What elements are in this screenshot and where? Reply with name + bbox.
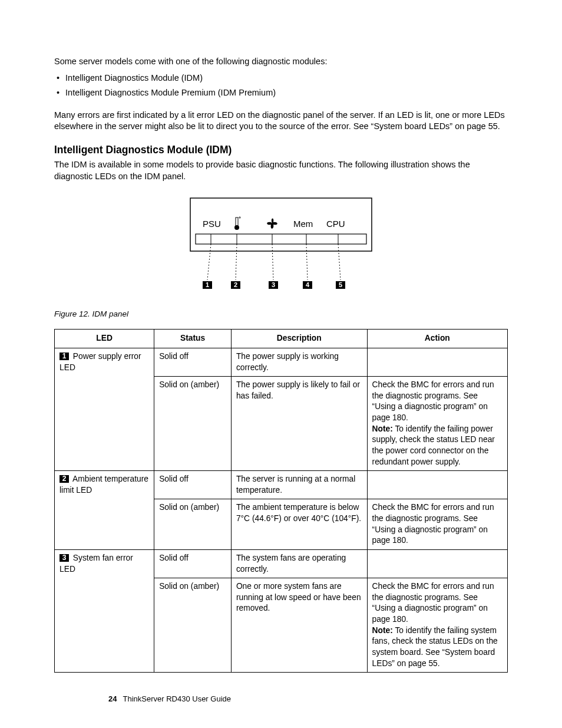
section-heading: Intelligent Diagnostics Module (IDM) xyxy=(54,143,508,157)
status-cell: Solid on (amber) xyxy=(154,499,232,550)
th-description: Description xyxy=(231,330,367,348)
action-cell: Check the BMC for errors and run the dia… xyxy=(367,499,507,550)
module-list: Intelligent Diagnostics Module (IDM) Int… xyxy=(54,73,508,99)
action-cell: Check the BMC for errors and run the dia… xyxy=(367,578,507,673)
callout-3: 3 xyxy=(59,554,69,562)
callout-1: 1 xyxy=(59,353,69,360)
action-text: Check the BMC for errors and run the dia… xyxy=(372,582,494,624)
action-cell xyxy=(367,549,507,578)
cpu-label: CPU xyxy=(326,219,345,229)
desc-cell: The system fans are operating correctly. xyxy=(231,549,367,578)
th-action: Action xyxy=(367,330,507,348)
th-status: Status xyxy=(154,330,232,348)
svg-text:5: 5 xyxy=(339,281,342,288)
status-cell: Solid on (amber) xyxy=(154,377,232,471)
led-cell: 2 Ambient temperature limit LED xyxy=(55,471,154,550)
fan-icon xyxy=(267,218,277,228)
psu-label: PSU xyxy=(203,219,221,229)
list-item: Intelligent Diagnostics Module Premium (… xyxy=(57,87,508,99)
action-cell xyxy=(367,348,507,376)
status-cell: Solid off xyxy=(154,471,232,499)
svg-line-12 xyxy=(272,244,273,280)
action-cell: Check the BMC for errors and run the dia… xyxy=(367,377,507,471)
desc-cell: The server is running at a normal temper… xyxy=(231,471,367,499)
note-label: Note: xyxy=(372,626,393,635)
svg-rect-1 xyxy=(196,234,366,244)
th-led: LED xyxy=(55,330,154,348)
led-cell: 1 Power supply error LED xyxy=(55,348,154,470)
idm-panel-diagram: PSU Mem CPU 1 2 3 4 xyxy=(190,197,372,298)
desc-cell: The power supply is working correctly. xyxy=(231,348,367,376)
error-para: Many errors are first indicated by a lit… xyxy=(54,110,508,133)
heading-para: The IDM is available in some models to p… xyxy=(54,159,508,182)
led-name: Power supply error LED xyxy=(59,352,141,372)
svg-text:4: 4 xyxy=(306,281,310,288)
mem-label: Mem xyxy=(293,219,313,229)
svg-text:3: 3 xyxy=(272,281,275,288)
list-item: Intelligent Diagnostics Module (IDM) xyxy=(57,73,508,84)
svg-rect-7 xyxy=(236,218,238,226)
page-footer: 24ThinkServer RD430 User Guide xyxy=(108,694,231,704)
desc-cell: The power supply is likely to fail or ha… xyxy=(231,377,367,471)
intro-text: Some server models come with one of the … xyxy=(54,56,508,68)
figure-caption: Figure 12. IDM panel xyxy=(54,309,508,319)
desc-cell: The ambient temperature is below 7°C (44… xyxy=(231,499,367,550)
led-name: Ambient temperature limit LED xyxy=(59,475,148,495)
led-cell: 3 System fan error LED xyxy=(55,549,154,672)
svg-line-13 xyxy=(306,244,308,280)
status-cell: Solid off xyxy=(154,549,232,578)
page-number: 24 xyxy=(108,694,117,703)
svg-text:1: 1 xyxy=(206,281,209,288)
svg-text:2: 2 xyxy=(234,281,237,288)
action-cell xyxy=(367,471,507,499)
desc-cell: One or more system fans are running at l… xyxy=(231,578,367,673)
led-table: LED Status Description Action 1 Power su… xyxy=(54,329,508,673)
led-name: System fan error LED xyxy=(59,554,133,574)
svg-line-10 xyxy=(207,244,211,280)
action-text: Check the BMC for errors and run the dia… xyxy=(372,380,494,422)
status-cell: Solid off xyxy=(154,348,232,376)
svg-point-9 xyxy=(239,216,240,218)
status-cell: Solid on (amber) xyxy=(154,578,232,673)
svg-line-14 xyxy=(338,244,340,280)
doc-title: ThinkServer RD430 User Guide xyxy=(123,694,231,703)
callout-2: 2 xyxy=(59,475,69,483)
thermometer-icon xyxy=(234,216,240,229)
note-label: Note: xyxy=(372,424,393,433)
svg-point-8 xyxy=(234,225,239,230)
svg-line-11 xyxy=(236,244,237,280)
idm-figure: PSU Mem CPU 1 2 3 4 xyxy=(54,197,508,301)
